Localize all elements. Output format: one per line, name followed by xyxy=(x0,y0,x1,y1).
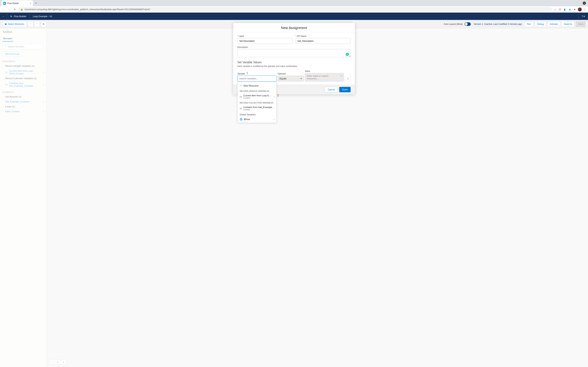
api-name-input[interactable] xyxy=(295,38,351,44)
label-input[interactable] xyxy=(237,38,293,44)
dropdown-header-rcv: RECORD COLLECTION VARIABLES xyxy=(238,100,277,105)
dropdown-item-contacts-from-get[interactable]: {x} Contacts from Get_Example_Contacts C… xyxy=(238,105,277,112)
callout-2: 2 xyxy=(277,94,279,97)
dropdown-new-resource[interactable]: ＋ New Resource xyxy=(238,83,277,89)
undo-button: ↶ xyxy=(28,21,33,27)
chevron-right-icon: › xyxy=(274,95,274,98)
flow-name: Loop Example - V1 xyxy=(30,15,55,18)
app-header: ← ⇆ Flow Builder Loop Example - V1 ? ▾ xyxy=(0,13,588,20)
extension-icon-1[interactable]: ◧ xyxy=(563,8,567,11)
lock-icon: 🔒 xyxy=(20,8,23,11)
value-column-label: Value xyxy=(305,70,344,72)
app-title: Flow Builder xyxy=(14,15,26,18)
settings-button[interactable]: ⚙ xyxy=(41,21,46,27)
grammarly-extension-icon[interactable]: ◉ xyxy=(568,8,571,11)
operator-select[interactable]: Equals xyxy=(277,76,304,82)
modal-close-button[interactable]: ✕ xyxy=(352,19,355,24)
redo-button: ↷ xyxy=(35,21,40,27)
help-button[interactable]: ? ▾ xyxy=(578,13,588,20)
new-tab-button[interactable]: + xyxy=(33,1,39,5)
browser-chrome: Flow Builder × + ▾ ← → ⟳ 🔒 momentum-comp… xyxy=(0,0,588,13)
debug-button[interactable]: Debug xyxy=(535,21,546,27)
variable-icon: {x} xyxy=(240,96,242,98)
activate-button[interactable]: Activate xyxy=(547,21,560,27)
version-status: Version 1: Inactive–Last modified 3 minu… xyxy=(474,23,522,25)
app-back-button[interactable]: ← xyxy=(0,13,7,20)
variable-column-label: Variable 1 xyxy=(237,73,277,75)
tab-title: Flow Builder xyxy=(7,2,28,5)
variable-dropdown: ＋ New Resource RECORD (SINGLE) VARIABLES… xyxy=(237,82,277,123)
reload-button[interactable]: ⟳ xyxy=(13,7,17,12)
flow-builder-icon: ⇆ xyxy=(10,15,12,18)
address-bar: ← → ⟳ 🔒 momentum-computing-884.lightning… xyxy=(0,6,588,13)
auto-layout-toggle-group: Auto-Layout (Beta) xyxy=(444,22,471,26)
api-name-label: * API Name xyxy=(295,35,351,37)
star-icon[interactable]: ☆ xyxy=(553,8,557,11)
save-as-button[interactable]: Save As xyxy=(562,21,575,27)
menu-icon[interactable]: ⋮ xyxy=(583,8,587,11)
auto-layout-label: Auto-Layout (Beta) xyxy=(444,23,463,25)
extensions-icon[interactable]: ✦ xyxy=(573,8,576,11)
save-button: Save xyxy=(576,21,586,27)
description-label: Description xyxy=(237,46,351,48)
select-icon: ▣ xyxy=(5,23,7,25)
grammarly-icon[interactable]: G xyxy=(346,53,349,56)
dropdown-header-rsv: RECORD (SINGLE) VARIABLES xyxy=(238,89,277,93)
dropdown-item-current-item-loop[interactable]: {x} Current Item from Loop Each_Co... Co… xyxy=(238,93,277,100)
set-variable-values-help: Each variable is modified by the operato… xyxy=(237,65,351,67)
run-button[interactable]: Run xyxy=(525,21,533,27)
description-textarea[interactable] xyxy=(237,49,351,57)
variable-combobox: ＋ New Resource RECORD (SINGLE) VARIABLES… xyxy=(237,76,277,82)
set-variable-values-title: Set Variable Values xyxy=(237,61,351,64)
modal-title: New Assignment xyxy=(233,23,355,33)
auto-layout-toggle[interactable] xyxy=(465,22,471,26)
dropdown-header-global: Global Variables xyxy=(238,112,277,117)
select-elements-button[interactable]: ▣ Select Elements xyxy=(2,21,26,27)
window-profile-icon[interactable]: ▾ xyxy=(583,1,586,5)
addr-icons: ☆ ⓘ ◧ ◉ ✦ ⋮ xyxy=(553,8,587,11)
new-assignment-modal: ✕ New Assignment * Label * API Name Desc… xyxy=(233,23,355,94)
salesforce-favicon xyxy=(3,2,6,5)
callout-1: 1 xyxy=(247,72,248,75)
modal-body: * Label * API Name Description G Set Var… xyxy=(233,33,355,84)
done-button[interactable]: Done xyxy=(339,87,351,92)
info-icon[interactable]: ⓘ xyxy=(558,8,562,11)
dropdown-item-flow[interactable]: 🌐 $Flow › xyxy=(238,117,277,122)
url-text: momentum-computing-884.lightning.force.c… xyxy=(25,8,150,11)
variable-icon: {x} xyxy=(240,107,242,109)
forward-button: → xyxy=(7,7,11,12)
app-title-section: ⇆ Flow Builder xyxy=(7,13,30,20)
tab-bar: Flow Builder × + ▾ xyxy=(0,0,588,6)
assignment-row: Variable 1 ＋ New Resource RECORD (SINGLE… xyxy=(237,70,351,82)
delete-row-button: 🗑 xyxy=(345,75,351,82)
value-input[interactable]: Enter value or search resources... xyxy=(305,73,344,82)
chevron-right-icon: › xyxy=(274,118,274,121)
browser-tab[interactable]: Flow Builder × xyxy=(1,0,33,6)
close-tab-icon[interactable]: × xyxy=(30,2,31,5)
operator-column-label: Operator xyxy=(277,73,304,75)
plus-icon: ＋ xyxy=(240,84,242,87)
variable-search-input[interactable] xyxy=(237,76,277,82)
profile-avatar[interactable] xyxy=(578,8,582,11)
globe-icon: 🌐 xyxy=(240,118,242,121)
label-label: * Label xyxy=(237,35,293,37)
url-field[interactable]: 🔒 momentum-computing-884.lightning.force… xyxy=(18,7,552,12)
back-button[interactable]: ← xyxy=(1,7,6,12)
cancel-button[interactable]: Cancel xyxy=(325,87,338,92)
